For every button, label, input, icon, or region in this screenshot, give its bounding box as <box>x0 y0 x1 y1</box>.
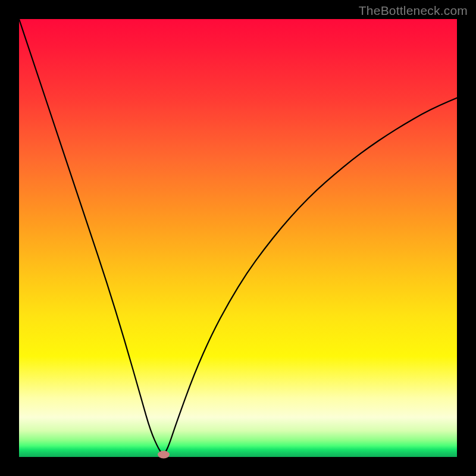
bottleneck-curve <box>19 19 457 457</box>
optimum-marker <box>158 451 170 459</box>
plot-area <box>19 19 457 457</box>
watermark-text: TheBottleneck.com <box>359 4 468 18</box>
chart-frame: TheBottleneck.com <box>0 0 476 476</box>
